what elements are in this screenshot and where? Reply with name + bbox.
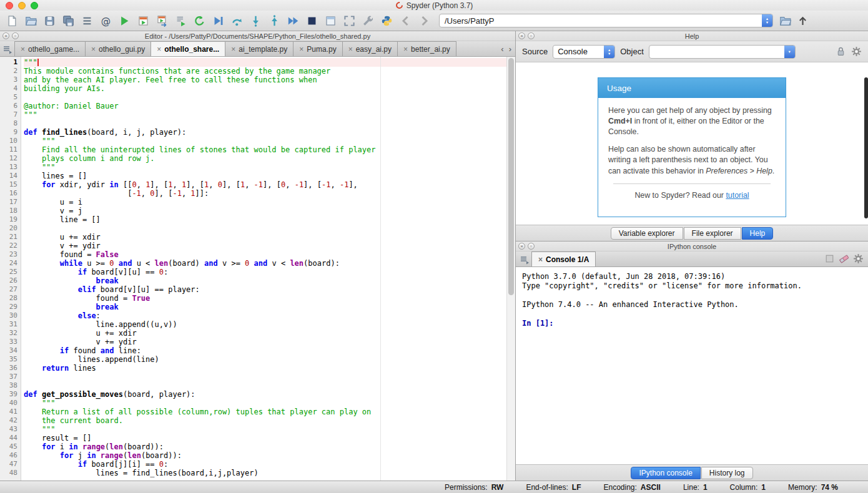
- close-tab-icon[interactable]: ×: [91, 45, 96, 54]
- code-line[interactable]: Return a list of all possible (column,ro…: [24, 408, 506, 416]
- tab-ipython-console[interactable]: IPython console: [631, 467, 700, 479]
- step-into-icon[interactable]: [250, 15, 262, 27]
- code-line[interactable]: u = i: [24, 198, 506, 207]
- step-out-icon[interactable]: [269, 15, 280, 27]
- editor-tab[interactable]: ×easy_ai.py: [342, 41, 397, 56]
- code-line[interactable]: found = True: [24, 294, 506, 303]
- code-line[interactable]: if board[j][i] == 0:: [24, 460, 506, 469]
- code-line[interactable]: for j in range(len(board)):: [24, 451, 506, 460]
- run-icon[interactable]: [119, 15, 131, 27]
- run-cell-icon[interactable]: [137, 15, 149, 27]
- code-line[interactable]: break: [24, 276, 506, 285]
- code-line[interactable]: v += ydir: [24, 242, 506, 250]
- stop-debug-icon[interactable]: [306, 15, 318, 27]
- code-line[interactable]: v += ydir: [24, 338, 506, 346]
- clear-console-icon[interactable]: [839, 253, 849, 264]
- code-line[interactable]: """: [24, 163, 506, 172]
- working-directory-combo[interactable]: /Users/PattyP ▲▼: [439, 14, 773, 27]
- close-tab-icon[interactable]: ×: [21, 45, 25, 54]
- code-line[interactable]: """: [24, 137, 506, 145]
- code-line[interactable]: building your AIs.: [24, 84, 506, 93]
- code-line[interactable]: u += xdir: [24, 329, 506, 338]
- editor-close-pane-icon[interactable]: ×: [2, 32, 9, 39]
- open-file-icon[interactable]: [25, 15, 37, 27]
- code-line[interactable]: [-1, 0], [-1, 1]]:: [24, 189, 506, 198]
- code-line[interactable]: v = j: [24, 207, 506, 215]
- file-switcher-icon[interactable]: [81, 15, 93, 27]
- combo-stepper-icon[interactable]: ▲▼: [762, 14, 772, 27]
- help-options-gear-icon[interactable]: [851, 46, 862, 57]
- code-line[interactable]: @author: Daniel Bauer: [24, 102, 506, 110]
- code-line[interactable]: lines = find_lines(board,i,j,player): [24, 469, 506, 477]
- editor-float-pane-icon[interactable]: ▫: [12, 32, 19, 39]
- tutorial-link[interactable]: tutorial: [726, 191, 749, 200]
- editor-tab[interactable]: ×othello_share...: [150, 41, 225, 56]
- step-over-icon[interactable]: [231, 15, 243, 27]
- close-tab-icon[interactable]: ×: [299, 45, 303, 54]
- code-line[interactable]: line.append((u,v)): [24, 320, 506, 329]
- editor-scrollbar[interactable]: [506, 57, 515, 481]
- console-tab[interactable]: × Console 1/A: [531, 251, 596, 266]
- run-cell-advance-icon[interactable]: [156, 15, 168, 27]
- code-line[interactable]: """: [24, 425, 506, 434]
- code-line[interactable]: u += xdir: [24, 233, 506, 242]
- continue-execution-icon[interactable]: [287, 15, 299, 27]
- help-scrollbar[interactable]: [864, 77, 868, 218]
- console-options-gear-icon[interactable]: [853, 253, 864, 264]
- code-line[interactable]: while u >= 0 and u < len(board) and v >=…: [24, 259, 506, 268]
- save-icon[interactable]: [44, 15, 56, 27]
- code-line[interactable]: and by the each AI player. Feel free to …: [24, 76, 506, 84]
- python-path-icon[interactable]: [381, 15, 393, 27]
- editor-tab[interactable]: ×othello_gui.py: [85, 41, 150, 56]
- parent-directory-icon[interactable]: [797, 15, 809, 27]
- console-float-pane-icon[interactable]: ▫: [528, 243, 535, 250]
- close-tab-icon[interactable]: ×: [403, 45, 408, 54]
- tab-file-explorer[interactable]: File explorer: [684, 227, 741, 240]
- debug-file-icon[interactable]: [212, 15, 224, 27]
- console-browse-tabs-icon[interactable]: [520, 255, 530, 265]
- run-selection-icon[interactable]: [175, 15, 187, 27]
- code-line[interactable]: lines = []: [24, 172, 506, 180]
- code-line[interactable]: found = False: [24, 250, 506, 259]
- zoom-window-button[interactable]: [31, 2, 38, 9]
- code-line[interactable]: lines.append(line): [24, 355, 506, 364]
- console-output[interactable]: Python 3.7.0 (default, Jun 28 2018, 07:3…: [516, 267, 868, 464]
- code-line[interactable]: [24, 93, 506, 102]
- interrupt-kernel-icon[interactable]: [824, 253, 835, 264]
- code-area[interactable]: 1234567891011121314151617181920212223242…: [0, 57, 515, 481]
- code-line[interactable]: def get_possible_moves(board, player):: [24, 390, 506, 399]
- code-line[interactable]: plays column i and row j.: [24, 154, 506, 163]
- close-tab-icon[interactable]: ×: [348, 45, 353, 54]
- editor-code-lines[interactable]: """This module contains functions that a…: [21, 57, 506, 481]
- code-line[interactable]: for i in range(len(board)):: [24, 442, 506, 451]
- find-symbols-icon[interactable]: @: [100, 15, 112, 27]
- tab-help[interactable]: Help: [742, 227, 774, 240]
- code-line[interactable]: else:: [24, 311, 506, 320]
- tab-variable-explorer[interactable]: Variable explorer: [611, 227, 683, 240]
- code-line[interactable]: [24, 381, 506, 390]
- back-icon[interactable]: [400, 15, 412, 27]
- code-line[interactable]: [24, 119, 506, 128]
- code-line[interactable]: """: [24, 110, 506, 119]
- maximize-pane-icon[interactable]: [325, 15, 337, 27]
- tab-history-log[interactable]: History log: [701, 467, 753, 479]
- code-line[interactable]: Find all the uninterupted lines of stone…: [24, 145, 506, 154]
- code-line[interactable]: result = []: [24, 434, 506, 442]
- code-line[interactable]: elif board[v][u] == player:: [24, 285, 506, 294]
- help-close-pane-icon[interactable]: ×: [518, 32, 525, 39]
- help-float-pane-icon[interactable]: ▫: [528, 32, 535, 39]
- code-line[interactable]: if found and line:: [24, 346, 506, 355]
- code-line[interactable]: [24, 224, 506, 233]
- lock-icon[interactable]: [836, 46, 846, 57]
- editor-tab[interactable]: ×ai_template.py: [225, 41, 293, 56]
- code-line[interactable]: line = []: [24, 215, 506, 224]
- editor-scrollbar-thumb[interactable]: [508, 58, 514, 295]
- scroll-tabs-right-icon[interactable]: ›: [506, 44, 514, 56]
- console-close-pane-icon[interactable]: ×: [518, 243, 525, 250]
- code-line[interactable]: break: [24, 303, 506, 311]
- editor-tab[interactable]: ×othello_game...: [14, 41, 85, 56]
- close-tab-icon[interactable]: ×: [157, 45, 161, 54]
- editor-tab[interactable]: ×Puma.py: [293, 41, 342, 56]
- code-line[interactable]: [24, 373, 506, 381]
- rerun-cell-icon[interactable]: [194, 15, 205, 27]
